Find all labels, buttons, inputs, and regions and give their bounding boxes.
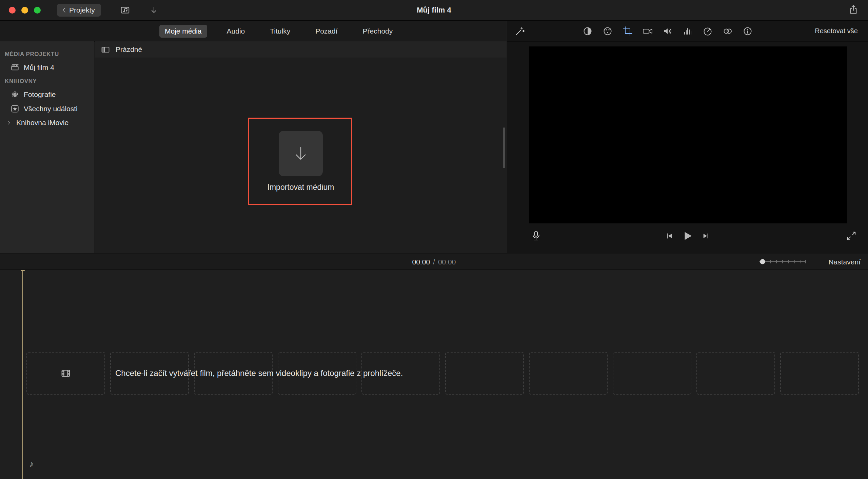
media-browser-icon[interactable] [120, 5, 130, 15]
timecode: 00:00 / 00:00 [412, 254, 456, 270]
minimize-window-button[interactable] [21, 7, 28, 14]
adjust-tools [582, 26, 753, 37]
audio-lane: ♪ [0, 455, 868, 479]
speedometer-icon[interactable] [702, 26, 713, 37]
timecode-total: 00:00 [438, 258, 456, 266]
timeline[interactable]: Chcete-li začít vytvářet film, přetáhnět… [0, 270, 868, 479]
sidebar-item-project[interactable]: Můj film 4 [0, 60, 94, 75]
reset-all-button[interactable]: Resetovat vše [813, 21, 860, 41]
share-icon[interactable] [848, 4, 859, 15]
media-browser: Prázdné Importovat médium [95, 41, 507, 253]
clip-placeholder [445, 352, 524, 395]
skip-back-icon[interactable] [665, 232, 674, 240]
tab-prechody[interactable]: Přechody [357, 25, 398, 38]
browser-tabs: Moje média Audio Titulky Pozadí Přechody [159, 25, 398, 38]
projects-back-label: Projekty [69, 6, 95, 14]
info-icon[interactable] [742, 26, 753, 37]
tab-audio[interactable]: Audio [221, 25, 251, 38]
clip-placeholder [194, 352, 273, 395]
video-camera-icon[interactable] [642, 26, 653, 37]
transport-controls [507, 223, 868, 249]
play-icon[interactable] [682, 230, 693, 242]
clip-placeholder [110, 352, 189, 395]
section-libraries: KNIHOVNY [5, 78, 94, 85]
fullscreen-icon[interactable] [846, 231, 856, 241]
browser-header: Prázdné [95, 41, 507, 58]
sidebar-item-imovie-library[interactable]: Knihovna iMovie [0, 116, 94, 129]
viewer-toolbar: Resetovat vše [507, 21, 868, 42]
microphone-icon[interactable] [531, 230, 541, 241]
clip-placeholder [26, 352, 105, 395]
enhance-wand-icon[interactable] [514, 26, 525, 37]
playhead[interactable] [22, 270, 23, 479]
tab-moje-media[interactable]: Moje média [159, 25, 207, 38]
browser-body: Importovat médium [95, 58, 507, 253]
section-project-media: MÉDIA PROJEKTU [5, 51, 94, 58]
sidebar-toggle-icon[interactable] [101, 45, 110, 54]
contrast-icon[interactable] [582, 26, 593, 37]
browser-header-label: Prázdné [116, 45, 142, 54]
timeline-zoom-slider[interactable] [757, 258, 808, 266]
libraries-sidebar: MÉDIA PROJEKTU Můj film 4 KNIHOVNY Fotog… [0, 41, 94, 253]
projects-back-button[interactable]: Projekty [57, 4, 101, 17]
titlebar: Projekty Můj film 4 [0, 0, 868, 21]
music-note-icon: ♪ [29, 459, 34, 469]
import-media-label: Importovat médium [228, 183, 374, 192]
clip-placeholder [529, 352, 608, 395]
noise-reduction-icon[interactable] [722, 26, 733, 37]
playback-buttons [665, 230, 710, 242]
tab-titulky[interactable]: Titulky [264, 25, 296, 38]
disclosure-chevron-icon[interactable] [4, 120, 14, 126]
volume-icon[interactable] [662, 26, 673, 37]
clip-placeholder [696, 352, 775, 395]
tab-pozadi[interactable]: Pozadí [310, 25, 343, 38]
window-title: Můj film 4 [417, 0, 451, 20]
timecode-current: 00:00 [412, 258, 430, 266]
chevron-left-icon [60, 6, 68, 14]
zoom-window-button[interactable] [34, 7, 41, 14]
clip-placeholder [278, 352, 356, 395]
sidebar-item-all-events[interactable]: Všechny události [0, 102, 94, 116]
timecode-separator: / [433, 258, 435, 266]
video-preview[interactable] [529, 46, 847, 223]
media-tab-strip: Moje média Audio Titulky Pozadí Přechody [0, 21, 507, 42]
audio-eq-icon[interactable] [682, 26, 693, 37]
star-square-icon [10, 104, 20, 113]
timecode-bar: 00:00 / 00:00 Nastavení [0, 254, 868, 270]
crop-icon[interactable] [622, 26, 633, 37]
clip-placeholder [613, 352, 691, 395]
color-palette-icon[interactable] [602, 26, 613, 37]
clip-placeholder-row [26, 352, 859, 395]
import-arrow-icon[interactable] [149, 5, 159, 15]
filmstrip-icon [60, 367, 72, 379]
clapperboard-icon [10, 63, 20, 72]
sidebar-item-photos[interactable]: Fotografie [0, 87, 94, 102]
sidebar-photos-label: Fotografie [24, 91, 56, 99]
sidebar-project-label: Můj film 4 [24, 63, 54, 72]
browser-scrollbar[interactable] [503, 127, 505, 168]
sidebar-all-events-label: Všechny události [24, 105, 78, 113]
viewer-panel: Resetovat vše [507, 21, 868, 253]
skip-forward-icon[interactable] [702, 232, 710, 240]
import-down-arrow-icon [291, 144, 311, 163]
clip-placeholder [361, 352, 440, 395]
traffic-lights [9, 7, 41, 14]
import-media-button[interactable] [279, 131, 323, 176]
close-window-button[interactable] [9, 7, 16, 14]
settings-button[interactable]: Nastavení [826, 254, 863, 270]
sidebar-imovie-library-label: Knihovna iMovie [16, 119, 68, 127]
clip-placeholder [780, 352, 859, 395]
flower-icon [10, 90, 20, 99]
